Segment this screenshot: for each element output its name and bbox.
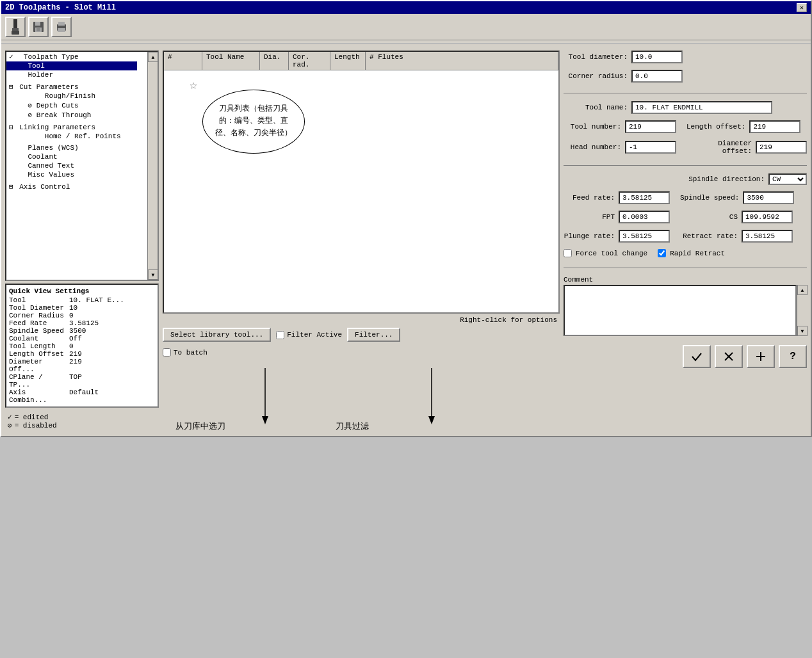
help-button[interactable]: ? (779, 345, 807, 368)
filter-active-checkbox[interactable] (276, 331, 284, 339)
svg-rect-9 (58, 28, 65, 32)
scroll-down-btn[interactable]: ▼ (148, 269, 158, 280)
comment-scroll-up[interactable]: ▲ (797, 285, 808, 295)
main-window: 2D Toolpaths - Slot Mill ✕ ✓ T (0, 0, 812, 437)
scroll-up-btn[interactable]: ▲ (148, 52, 158, 62)
tree-item-holder[interactable]: Holder (6, 70, 137, 79)
toolbar (1, 14, 811, 40)
ok-button[interactable] (683, 345, 711, 368)
svg-rect-6 (37, 28, 40, 31)
annotation-area: 从刀库中选刀 刀具过滤 (163, 368, 560, 432)
window-title: 2D Toolpaths - Slot Mill (5, 3, 116, 12)
cs-input[interactable] (742, 211, 793, 223)
select-library-btn[interactable]: Select library tool... (163, 328, 271, 342)
comment-scrollbar[interactable]: ▲ ▼ (797, 285, 807, 336)
comment-section: Comment ▲ ▼ (564, 276, 807, 339)
tool-table-body[interactable]: ☆ 刀具列表（包括刀具的：编号、类型、直径、名称、刀尖半径） (164, 70, 558, 314)
checkboxes-row: Force tool change Rapid Retract (564, 249, 807, 257)
tool-diameter-input[interactable] (631, 51, 683, 63)
plunge-retract-row: Plunge rate: Retract rate: (564, 230, 807, 243)
tree-item-misc-values[interactable]: Misc Values (6, 170, 137, 179)
legend: ✓ = edited ⊘ = disabled (5, 410, 159, 432)
tool-list-container: # Tool Name Dia. Cor. rad. Length # Flut… (163, 51, 560, 314)
annotation-bubble: 刀具列表（包括刀具的：编号、类型、直径、名称、刀尖半径） (202, 90, 305, 154)
left-panel: ✓ Toolpath Type Tool Holder ⊟ Cut Parame… (5, 51, 159, 432)
legend-disabled: ⊘ = disabled (8, 421, 156, 429)
tree-scroll[interactable]: ✓ Toolpath Type Tool Holder ⊟ Cut Parame… (6, 52, 147, 280)
title-bar: 2D Toolpaths - Slot Mill ✕ (1, 1, 811, 14)
legend-edited: ✓ = edited (8, 413, 156, 421)
fpt-cs-row: FPT CS (564, 211, 807, 223)
qv-row-axis: Axis Combin... Default (9, 389, 155, 404)
rapid-retract-checkbox[interactable] (658, 249, 666, 257)
qv-row-spindle: Spindle Speed 3500 (9, 327, 155, 335)
spindle-direction-select[interactable]: CW CCW (768, 173, 807, 185)
comment-textarea[interactable] (564, 285, 797, 336)
divider3 (564, 268, 807, 268)
qv-row-diameter: Tool Diameter 10 (9, 304, 155, 312)
qv-row-tool: Tool 10. FLAT E... (9, 296, 155, 304)
bottom-buttons: ? (564, 342, 807, 371)
plunge-rate-input[interactable] (619, 230, 670, 243)
tree-item-home-ref[interactable]: Home / Ref. Points (6, 132, 137, 141)
qv-row-corner-radius: Corner Radius 0 (9, 312, 155, 319)
qv-row-cplane: CPlane / TP... TOP (9, 373, 155, 389)
scroll-left-btn[interactable]: ◄ (6, 280, 17, 282)
svg-rect-4 (35, 22, 40, 26)
qv-row-coolant: Coolant Off (9, 335, 155, 342)
diameter-offset-input[interactable] (756, 141, 807, 154)
to-batch-label[interactable]: To batch (163, 348, 560, 357)
comment-container: ▲ ▼ (564, 285, 807, 339)
to-batch-checkbox[interactable] (163, 348, 171, 357)
print-button[interactable] (51, 17, 72, 37)
right-click-hint: Right-click for options (163, 316, 560, 324)
divider1 (564, 93, 807, 93)
svg-rect-2 (12, 31, 19, 35)
tree-item-linking-params[interactable]: ⊟ Linking Parameters (6, 122, 137, 132)
tree-item-axis-control[interactable]: ⊟ Axis Control (6, 182, 137, 191)
comment-scroll-down[interactable]: ▼ (797, 326, 808, 336)
scroll-right-btn[interactable]: ► (147, 280, 158, 282)
svg-rect-0 (13, 19, 17, 28)
head-number-row: Head number: Diameter offset: (564, 140, 807, 155)
tree-item-cut-params[interactable]: ⊟ Cut Parameters (6, 82, 137, 92)
tool-number-input[interactable] (625, 120, 676, 133)
tool-button[interactable] (5, 17, 26, 37)
add-button[interactable] (747, 345, 775, 368)
tree-item-rough-finish[interactable]: Rough/Finish (6, 92, 137, 100)
fpt-input[interactable] (619, 211, 670, 223)
star-icon: ☆ (190, 77, 197, 93)
tool-name-input[interactable] (631, 101, 772, 114)
tool-diameter-row: Tool diameter: (564, 51, 807, 63)
scroll-track (148, 62, 158, 269)
filter-active-label[interactable]: Filter Active (276, 331, 342, 339)
tree-item-planes[interactable]: Planes (WCS) (6, 143, 137, 152)
length-offset-input[interactable] (749, 120, 800, 133)
tree-item-break-through[interactable]: ⊘ Break Through (6, 110, 137, 120)
head-number-input[interactable] (625, 141, 676, 154)
tool-name-row: Tool name: (564, 101, 807, 114)
corner-radius-input[interactable] (631, 70, 683, 83)
feed-rate-input[interactable] (619, 191, 670, 204)
spindle-direction-row: Spindle direction: CW CCW (564, 173, 807, 185)
tree-item-depth-cuts[interactable]: ⊘ Depth Cuts (6, 100, 137, 110)
tree-item-tool[interactable]: Tool (6, 61, 137, 70)
tree-item-toolpath-type[interactable]: ✓ Toolpath Type (6, 52, 137, 61)
force-tool-change-checkbox[interactable] (564, 249, 572, 257)
spindle-speed-input[interactable] (743, 191, 794, 204)
tree-item-coolant[interactable]: Coolant (6, 152, 137, 161)
tree-container: ✓ Toolpath Type Tool Holder ⊟ Cut Parame… (5, 51, 159, 281)
tool-table-header: # Tool Name Dia. Cor. rad. Length # Flut… (164, 52, 558, 70)
tree-item-canned-text[interactable]: Canned Text (6, 161, 137, 170)
comment-label: Comment (564, 276, 807, 284)
tree-scrollbar[interactable]: ▲ ▼ (147, 52, 158, 280)
retract-rate-input[interactable] (742, 230, 793, 243)
filter-btn[interactable]: Filter... (347, 328, 400, 342)
tree-horiz-scroll[interactable]: ◄ ► (6, 280, 158, 281)
tool-actions: Select library tool... Filter Active Fil… (163, 326, 560, 343)
cancel-button[interactable] (715, 345, 743, 368)
save-button[interactable] (28, 17, 49, 37)
main-content: ✓ Toolpath Type Tool Holder ⊟ Cut Parame… (1, 47, 811, 436)
annotation-label2: 刀具过滤 (336, 421, 369, 432)
close-button[interactable]: ✕ (797, 3, 807, 12)
